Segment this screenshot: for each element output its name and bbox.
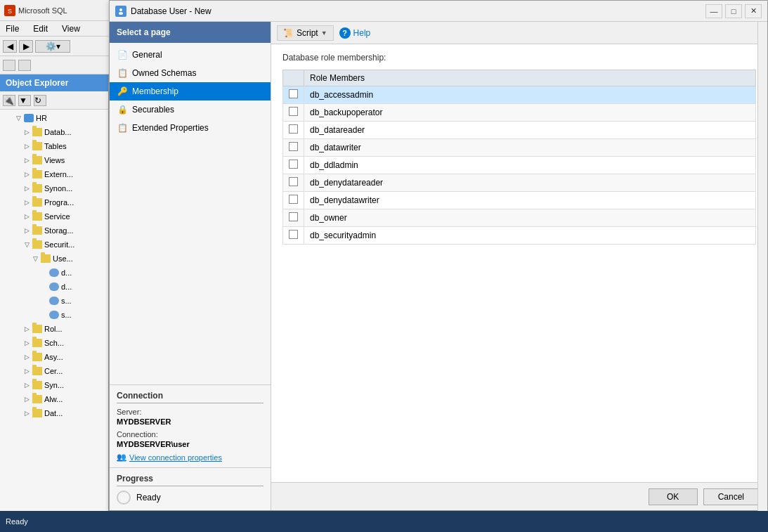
toolbar-btn1[interactable] <box>3 60 15 71</box>
tree-item-user4[interactable]: s... <box>0 308 108 322</box>
tree-item-hr[interactable]: ▽ HR <box>0 111 108 125</box>
tree-item-asy[interactable]: ▷ Asy... <box>0 350 108 364</box>
tree-item-progra[interactable]: ▷ Progra... <box>0 195 108 209</box>
ok-button[interactable]: OK <box>649 488 698 505</box>
service-expand-icon: ▷ <box>22 212 31 221</box>
role-checkbox[interactable] <box>289 230 298 239</box>
role-checkbox-cell <box>283 139 304 157</box>
page-owned-schemas[interactable]: 📋 Owned Schemas <box>110 64 271 82</box>
progra-folder-icon <box>32 198 42 207</box>
role-checkbox[interactable] <box>289 177 298 186</box>
tree-item-securit[interactable]: ▽ Securit... <box>0 238 108 252</box>
user2-icon <box>49 283 59 291</box>
rol-expand-icon: ▷ <box>22 325 31 333</box>
menu-edit[interactable]: Edit <box>30 22 51 35</box>
user1-icon <box>49 268 59 277</box>
role-checkbox[interactable] <box>289 160 298 169</box>
back-button[interactable]: ◀ <box>3 40 17 53</box>
script-toolbar: 📜 Script ▼ ? Help <box>271 22 767 44</box>
role-name-cell: db_backupoperator <box>304 104 756 122</box>
toolbar-action[interactable]: ⚙️▾ <box>35 40 70 53</box>
role-checkbox[interactable] <box>289 89 298 98</box>
dialog-content: Select a page 📄 General 📋 Owned Schemas … <box>110 22 767 510</box>
users-folder-icon <box>41 254 51 263</box>
user2-expand-icon <box>39 283 48 291</box>
tree-item-alw[interactable]: ▷ Alw... <box>0 392 108 406</box>
role-name-cell: db_denydatawriter <box>304 192 756 209</box>
tree-item-tables[interactable]: ▷ Tables <box>0 139 108 153</box>
toolbar-btn2[interactable] <box>18 60 31 71</box>
extern-label: Extern... <box>44 170 73 179</box>
user3-icon <box>49 297 59 305</box>
minimize-button[interactable]: — <box>705 4 722 18</box>
page-general[interactable]: 📄 General <box>110 46 271 64</box>
progra-expand-icon: ▷ <box>22 198 31 207</box>
securables-page-label: Securables <box>132 105 174 115</box>
table-row: db_denydatareader <box>283 174 756 192</box>
page-securables[interactable]: 🔒 Securables <box>110 100 271 119</box>
tree-item-sch[interactable]: ▷ Sch... <box>0 336 108 350</box>
main-app-window: S Microsoft SQL File Edit View ◀ ▶ ⚙️▾ O… <box>0 0 109 511</box>
role-name-cell: db_owner <box>304 209 756 227</box>
script-button[interactable]: 📜 Script ▼ <box>277 25 334 41</box>
databases-folder-icon <box>32 128 42 136</box>
taskbar: Ready <box>0 511 768 532</box>
role-checkbox[interactable] <box>289 195 298 204</box>
oe-connect-btn[interactable]: 🔌 <box>3 95 15 106</box>
progress-section: Progress Ready <box>110 467 271 510</box>
oe-filter-btn[interactable]: ▼ <box>18 95 31 106</box>
views-expand-icon: ▷ <box>22 156 31 164</box>
asy-expand-icon: ▷ <box>22 353 31 361</box>
close-button[interactable]: ✕ <box>745 4 762 18</box>
page-selector-title: Select a page <box>117 27 171 37</box>
maximize-button[interactable]: □ <box>725 4 742 18</box>
table-row: db_datareader <box>283 122 756 139</box>
role-members-header: Role Members <box>304 70 756 86</box>
content-title: Database role membership: <box>282 53 756 63</box>
asy-label: Asy... <box>44 353 63 361</box>
menu-view[interactable]: View <box>59 22 83 35</box>
membership-page-icon: 🔑 <box>117 86 128 97</box>
page-extended-properties[interactable]: 📋 Extended Properties <box>110 119 271 137</box>
tree-item-user3[interactable]: s... <box>0 294 108 308</box>
page-membership[interactable]: 🔑 Membership <box>110 82 271 100</box>
forward-button[interactable]: ▶ <box>19 40 33 53</box>
tree-item-storag[interactable]: ▷ Storag... <box>0 223 108 238</box>
page-selector-header: Select a page <box>110 22 271 43</box>
cer-label: Cer... <box>44 367 63 375</box>
tree-item-service[interactable]: ▷ Service <box>0 209 108 223</box>
tree-item-rol[interactable]: ▷ Rol... <box>0 322 108 336</box>
owned-schemas-page-label: Owned Schemas <box>132 68 196 78</box>
user2-label: d... <box>61 283 72 291</box>
cancel-button[interactable]: Cancel <box>703 488 759 505</box>
menu-file[interactable]: File <box>3 22 22 35</box>
tree-item-databases[interactable]: ▷ Datab... <box>0 125 108 139</box>
tree-item-users[interactable]: ▽ Use... <box>0 252 108 266</box>
app-menubar: File Edit View <box>0 21 109 37</box>
tree-item-user1[interactable]: d... <box>0 266 108 280</box>
progra-label: Progra... <box>44 198 74 207</box>
oe-refresh-btn[interactable]: ↻ <box>34 95 46 106</box>
table-row: db_backupoperator <box>283 104 756 122</box>
server-value: MYDBSERVER <box>117 417 263 426</box>
role-checkbox-cell <box>283 86 304 104</box>
tree-item-user2[interactable]: d... <box>0 280 108 294</box>
view-connection-link[interactable]: 👥 View connection properties <box>117 453 263 462</box>
table-row: db_accessadmin <box>283 86 756 104</box>
role-checkbox[interactable] <box>289 124 298 134</box>
role-checkbox[interactable] <box>289 142 298 151</box>
page-list: 📄 General 📋 Owned Schemas 🔑 Membership 🔒… <box>110 43 271 140</box>
scrollbar[interactable] <box>757 22 767 512</box>
role-checkbox[interactable] <box>289 107 298 116</box>
tree-item-extern[interactable]: ▷ Extern... <box>0 167 108 181</box>
tree-item-synon[interactable]: ▷ Synon... <box>0 181 108 195</box>
tree-item-dat[interactable]: ▷ Dat... <box>0 406 108 420</box>
tree-item-syn[interactable]: ▷ Syn... <box>0 378 108 392</box>
alw-label: Alw... <box>44 395 63 403</box>
role-checkbox[interactable] <box>289 212 298 221</box>
tree-item-cer[interactable]: ▷ Cer... <box>0 364 108 378</box>
help-button[interactable]: ? Help <box>339 27 371 39</box>
help-label: Help <box>353 28 371 38</box>
tree-item-views[interactable]: ▷ Views <box>0 153 108 167</box>
oe-tree: ▽ HR ▷ Datab... ▷ Tables ▷ Views ▷ <box>0 110 108 422</box>
